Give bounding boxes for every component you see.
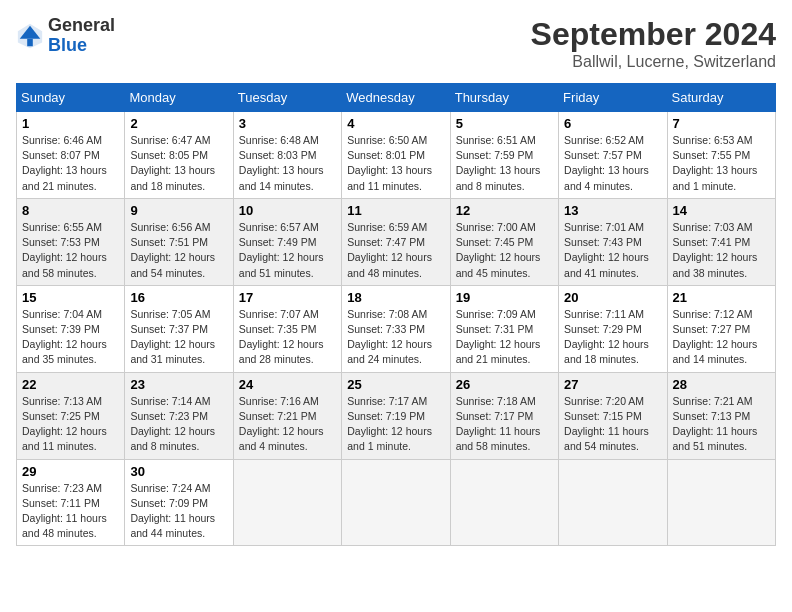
location-subtitle: Ballwil, Lucerne, Switzerland [531, 53, 776, 71]
day-number: 1 [22, 116, 119, 131]
day-number: 25 [347, 377, 444, 392]
calendar-week-1: 1Sunrise: 6:46 AM Sunset: 8:07 PM Daylig… [17, 112, 776, 199]
calendar-cell: 26Sunrise: 7:18 AM Sunset: 7:17 PM Dayli… [450, 372, 558, 459]
day-number: 21 [673, 290, 770, 305]
weekday-header-wednesday: Wednesday [342, 84, 450, 112]
day-info: Sunrise: 7:01 AM Sunset: 7:43 PM Dayligh… [564, 220, 661, 281]
calendar-cell: 13Sunrise: 7:01 AM Sunset: 7:43 PM Dayli… [559, 198, 667, 285]
calendar-cell: 17Sunrise: 7:07 AM Sunset: 7:35 PM Dayli… [233, 285, 341, 372]
logo-text: General Blue [48, 16, 115, 56]
day-number: 23 [130, 377, 227, 392]
weekday-header-saturday: Saturday [667, 84, 775, 112]
day-number: 8 [22, 203, 119, 218]
day-info: Sunrise: 7:21 AM Sunset: 7:13 PM Dayligh… [673, 394, 770, 455]
calendar-cell: 16Sunrise: 7:05 AM Sunset: 7:37 PM Dayli… [125, 285, 233, 372]
calendar-cell [342, 459, 450, 546]
day-info: Sunrise: 7:23 AM Sunset: 7:11 PM Dayligh… [22, 481, 119, 542]
day-number: 11 [347, 203, 444, 218]
calendar-week-5: 29Sunrise: 7:23 AM Sunset: 7:11 PM Dayli… [17, 459, 776, 546]
calendar-cell: 4Sunrise: 6:50 AM Sunset: 8:01 PM Daylig… [342, 112, 450, 199]
calendar-cell: 10Sunrise: 6:57 AM Sunset: 7:49 PM Dayli… [233, 198, 341, 285]
day-info: Sunrise: 7:13 AM Sunset: 7:25 PM Dayligh… [22, 394, 119, 455]
calendar-cell: 28Sunrise: 7:21 AM Sunset: 7:13 PM Dayli… [667, 372, 775, 459]
title-block: September 2024 Ballwil, Lucerne, Switzer… [531, 16, 776, 71]
month-title: September 2024 [531, 16, 776, 53]
day-number: 5 [456, 116, 553, 131]
calendar-header-row: SundayMondayTuesdayWednesdayThursdayFrid… [17, 84, 776, 112]
logo-icon [16, 22, 44, 50]
calendar-cell: 21Sunrise: 7:12 AM Sunset: 7:27 PM Dayli… [667, 285, 775, 372]
calendar-table: SundayMondayTuesdayWednesdayThursdayFrid… [16, 83, 776, 546]
day-info: Sunrise: 6:46 AM Sunset: 8:07 PM Dayligh… [22, 133, 119, 194]
day-number: 15 [22, 290, 119, 305]
day-info: Sunrise: 7:05 AM Sunset: 7:37 PM Dayligh… [130, 307, 227, 368]
day-number: 14 [673, 203, 770, 218]
day-info: Sunrise: 7:18 AM Sunset: 7:17 PM Dayligh… [456, 394, 553, 455]
day-info: Sunrise: 7:07 AM Sunset: 7:35 PM Dayligh… [239, 307, 336, 368]
svg-rect-2 [27, 39, 33, 46]
calendar-cell: 15Sunrise: 7:04 AM Sunset: 7:39 PM Dayli… [17, 285, 125, 372]
day-info: Sunrise: 7:00 AM Sunset: 7:45 PM Dayligh… [456, 220, 553, 281]
day-number: 27 [564, 377, 661, 392]
logo: General Blue [16, 16, 115, 56]
page-header: General Blue September 2024 Ballwil, Luc… [16, 16, 776, 71]
calendar-cell: 18Sunrise: 7:08 AM Sunset: 7:33 PM Dayli… [342, 285, 450, 372]
weekday-header-monday: Monday [125, 84, 233, 112]
day-number: 13 [564, 203, 661, 218]
calendar-cell: 27Sunrise: 7:20 AM Sunset: 7:15 PM Dayli… [559, 372, 667, 459]
calendar-week-2: 8Sunrise: 6:55 AM Sunset: 7:53 PM Daylig… [17, 198, 776, 285]
day-info: Sunrise: 6:53 AM Sunset: 7:55 PM Dayligh… [673, 133, 770, 194]
day-number: 30 [130, 464, 227, 479]
calendar-cell [450, 459, 558, 546]
day-info: Sunrise: 6:57 AM Sunset: 7:49 PM Dayligh… [239, 220, 336, 281]
calendar-cell: 12Sunrise: 7:00 AM Sunset: 7:45 PM Dayli… [450, 198, 558, 285]
calendar-cell: 8Sunrise: 6:55 AM Sunset: 7:53 PM Daylig… [17, 198, 125, 285]
day-info: Sunrise: 6:56 AM Sunset: 7:51 PM Dayligh… [130, 220, 227, 281]
calendar-cell: 2Sunrise: 6:47 AM Sunset: 8:05 PM Daylig… [125, 112, 233, 199]
day-number: 29 [22, 464, 119, 479]
day-number: 6 [564, 116, 661, 131]
day-number: 26 [456, 377, 553, 392]
day-number: 4 [347, 116, 444, 131]
calendar-cell [233, 459, 341, 546]
calendar-cell: 19Sunrise: 7:09 AM Sunset: 7:31 PM Dayli… [450, 285, 558, 372]
weekday-header-thursday: Thursday [450, 84, 558, 112]
calendar-cell: 9Sunrise: 6:56 AM Sunset: 7:51 PM Daylig… [125, 198, 233, 285]
day-info: Sunrise: 6:47 AM Sunset: 8:05 PM Dayligh… [130, 133, 227, 194]
calendar-cell: 24Sunrise: 7:16 AM Sunset: 7:21 PM Dayli… [233, 372, 341, 459]
day-info: Sunrise: 7:24 AM Sunset: 7:09 PM Dayligh… [130, 481, 227, 542]
day-info: Sunrise: 6:51 AM Sunset: 7:59 PM Dayligh… [456, 133, 553, 194]
calendar-week-3: 15Sunrise: 7:04 AM Sunset: 7:39 PM Dayli… [17, 285, 776, 372]
calendar-cell: 11Sunrise: 6:59 AM Sunset: 7:47 PM Dayli… [342, 198, 450, 285]
day-number: 2 [130, 116, 227, 131]
calendar-week-4: 22Sunrise: 7:13 AM Sunset: 7:25 PM Dayli… [17, 372, 776, 459]
day-number: 19 [456, 290, 553, 305]
calendar-cell: 5Sunrise: 6:51 AM Sunset: 7:59 PM Daylig… [450, 112, 558, 199]
day-info: Sunrise: 7:16 AM Sunset: 7:21 PM Dayligh… [239, 394, 336, 455]
calendar-cell: 6Sunrise: 6:52 AM Sunset: 7:57 PM Daylig… [559, 112, 667, 199]
day-number: 17 [239, 290, 336, 305]
calendar-cell: 14Sunrise: 7:03 AM Sunset: 7:41 PM Dayli… [667, 198, 775, 285]
day-info: Sunrise: 6:48 AM Sunset: 8:03 PM Dayligh… [239, 133, 336, 194]
calendar-cell: 3Sunrise: 6:48 AM Sunset: 8:03 PM Daylig… [233, 112, 341, 199]
day-info: Sunrise: 7:08 AM Sunset: 7:33 PM Dayligh… [347, 307, 444, 368]
day-info: Sunrise: 7:11 AM Sunset: 7:29 PM Dayligh… [564, 307, 661, 368]
calendar-cell [667, 459, 775, 546]
calendar-cell: 29Sunrise: 7:23 AM Sunset: 7:11 PM Dayli… [17, 459, 125, 546]
day-info: Sunrise: 6:52 AM Sunset: 7:57 PM Dayligh… [564, 133, 661, 194]
weekday-header-sunday: Sunday [17, 84, 125, 112]
day-number: 7 [673, 116, 770, 131]
calendar-cell: 25Sunrise: 7:17 AM Sunset: 7:19 PM Dayli… [342, 372, 450, 459]
day-number: 22 [22, 377, 119, 392]
day-number: 16 [130, 290, 227, 305]
day-info: Sunrise: 7:17 AM Sunset: 7:19 PM Dayligh… [347, 394, 444, 455]
weekday-header-tuesday: Tuesday [233, 84, 341, 112]
calendar-cell: 20Sunrise: 7:11 AM Sunset: 7:29 PM Dayli… [559, 285, 667, 372]
calendar-cell [559, 459, 667, 546]
day-info: Sunrise: 6:55 AM Sunset: 7:53 PM Dayligh… [22, 220, 119, 281]
day-number: 20 [564, 290, 661, 305]
calendar-cell: 30Sunrise: 7:24 AM Sunset: 7:09 PM Dayli… [125, 459, 233, 546]
day-number: 12 [456, 203, 553, 218]
day-number: 3 [239, 116, 336, 131]
day-info: Sunrise: 7:04 AM Sunset: 7:39 PM Dayligh… [22, 307, 119, 368]
